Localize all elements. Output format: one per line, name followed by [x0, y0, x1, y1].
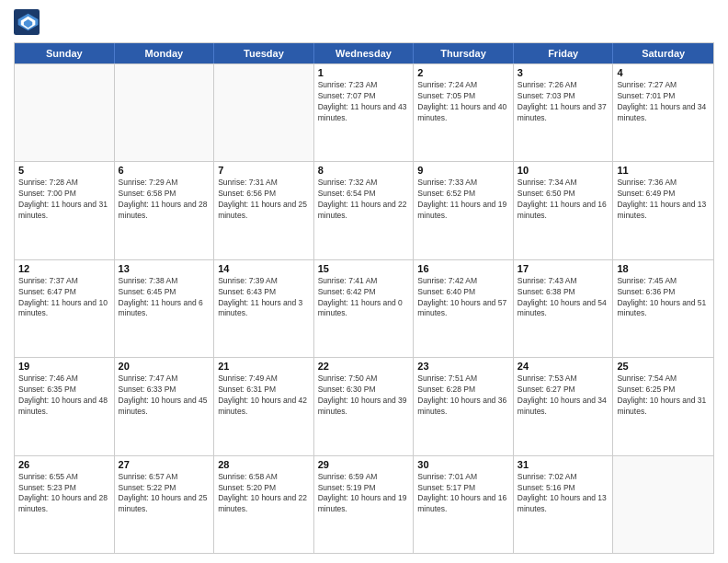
- day-info: Sunrise: 7:50 AM Sunset: 6:30 PM Dayligh…: [318, 373, 410, 418]
- day-info: Sunrise: 7:46 AM Sunset: 6:35 PM Dayligh…: [18, 373, 110, 418]
- empty-cell: [115, 64, 215, 161]
- day-cell-29: 29Sunrise: 6:59 AM Sunset: 5:19 PM Dayli…: [314, 456, 415, 553]
- day-header-tuesday: Tuesday: [214, 43, 314, 63]
- day-cell-11: 11Sunrise: 7:36 AM Sunset: 6:49 PM Dayli…: [613, 162, 713, 259]
- day-cell-21: 21Sunrise: 7:49 AM Sunset: 6:31 PM Dayli…: [214, 358, 314, 454]
- day-info: Sunrise: 7:38 AM Sunset: 6:45 PM Dayligh…: [119, 276, 210, 320]
- day-cell-8: 8Sunrise: 7:32 AM Sunset: 6:54 PM Daylig…: [314, 162, 415, 259]
- day-number: 5: [18, 165, 110, 176]
- day-cell-1: 1Sunrise: 7:23 AM Sunset: 7:07 PM Daylig…: [314, 64, 415, 161]
- day-info: Sunrise: 7:42 AM Sunset: 6:40 PM Dayligh…: [417, 276, 509, 320]
- day-cell-30: 30Sunrise: 7:01 AM Sunset: 5:17 PM Dayli…: [414, 456, 514, 553]
- empty-cell: [214, 64, 314, 161]
- day-info: Sunrise: 7:33 AM Sunset: 6:52 PM Dayligh…: [417, 178, 509, 222]
- day-cell-16: 16Sunrise: 7:42 AM Sunset: 6:40 PM Dayli…: [414, 260, 514, 357]
- day-cell-19: 19Sunrise: 7:46 AM Sunset: 6:35 PM Dayli…: [15, 358, 115, 454]
- day-cell-24: 24Sunrise: 7:53 AM Sunset: 6:27 PM Dayli…: [514, 358, 614, 454]
- day-number: 15: [318, 263, 410, 274]
- day-cell-7: 7Sunrise: 7:31 AM Sunset: 6:56 PM Daylig…: [214, 162, 314, 259]
- day-info: Sunrise: 7:45 AM Sunset: 6:36 PM Dayligh…: [617, 276, 710, 320]
- day-number: 7: [218, 165, 310, 176]
- day-number: 28: [218, 459, 310, 470]
- day-cell-10: 10Sunrise: 7:34 AM Sunset: 6:50 PM Dayli…: [514, 162, 614, 259]
- day-number: 21: [218, 361, 310, 372]
- page: SundayMondayTuesdayWednesdayThursdayFrid…: [0, 0, 728, 563]
- day-info: Sunrise: 7:41 AM Sunset: 6:42 PM Dayligh…: [318, 276, 410, 320]
- day-cell-23: 23Sunrise: 7:51 AM Sunset: 6:28 PM Dayli…: [414, 358, 514, 454]
- day-header-monday: Monday: [115, 43, 215, 63]
- day-number: 18: [617, 263, 710, 274]
- day-number: 24: [518, 361, 609, 372]
- day-number: 12: [18, 263, 110, 274]
- day-info: Sunrise: 6:59 AM Sunset: 5:19 PM Dayligh…: [318, 472, 410, 516]
- day-info: Sunrise: 7:36 AM Sunset: 6:49 PM Dayligh…: [617, 178, 710, 222]
- day-info: Sunrise: 7:26 AM Sunset: 7:03 PM Dayligh…: [518, 80, 609, 124]
- logo-icon: [14, 9, 40, 35]
- logo: [14, 9, 43, 35]
- day-info: Sunrise: 7:02 AM Sunset: 5:16 PM Dayligh…: [518, 472, 609, 516]
- day-header-saturday: Saturday: [613, 43, 713, 63]
- day-number: 16: [417, 263, 509, 274]
- day-number: 9: [417, 165, 509, 176]
- day-number: 26: [18, 459, 110, 470]
- day-info: Sunrise: 7:37 AM Sunset: 6:47 PM Dayligh…: [18, 276, 110, 320]
- calendar-week-5: 26Sunrise: 6:55 AM Sunset: 5:23 PM Dayli…: [15, 455, 713, 553]
- day-number: 31: [518, 459, 609, 470]
- empty-cell: [15, 64, 115, 161]
- day-info: Sunrise: 7:24 AM Sunset: 7:05 PM Dayligh…: [417, 80, 509, 124]
- day-number: 1: [318, 67, 410, 78]
- day-cell-4: 4Sunrise: 7:27 AM Sunset: 7:01 PM Daylig…: [613, 64, 713, 161]
- day-number: 3: [518, 67, 609, 78]
- day-header-wednesday: Wednesday: [314, 43, 415, 63]
- day-info: Sunrise: 7:39 AM Sunset: 6:43 PM Dayligh…: [218, 276, 310, 320]
- day-info: Sunrise: 7:47 AM Sunset: 6:33 PM Dayligh…: [119, 373, 210, 418]
- day-cell-3: 3Sunrise: 7:26 AM Sunset: 7:03 PM Daylig…: [514, 64, 614, 161]
- day-info: Sunrise: 7:32 AM Sunset: 6:54 PM Dayligh…: [318, 178, 410, 222]
- day-info: Sunrise: 6:57 AM Sunset: 5:22 PM Dayligh…: [119, 472, 210, 516]
- day-info: Sunrise: 7:51 AM Sunset: 6:28 PM Dayligh…: [417, 373, 509, 418]
- day-cell-15: 15Sunrise: 7:41 AM Sunset: 6:42 PM Dayli…: [314, 260, 415, 357]
- day-cell-17: 17Sunrise: 7:43 AM Sunset: 6:38 PM Dayli…: [514, 260, 614, 357]
- day-number: 10: [518, 165, 609, 176]
- calendar-week-1: 1Sunrise: 7:23 AM Sunset: 7:07 PM Daylig…: [15, 63, 713, 161]
- day-cell-9: 9Sunrise: 7:33 AM Sunset: 6:52 PM Daylig…: [414, 162, 514, 259]
- day-number: 22: [318, 361, 410, 372]
- day-number: 29: [318, 459, 410, 470]
- day-cell-27: 27Sunrise: 6:57 AM Sunset: 5:22 PM Dayli…: [115, 456, 215, 553]
- day-header-friday: Friday: [514, 43, 614, 63]
- day-number: 25: [617, 361, 710, 372]
- day-header-sunday: Sunday: [15, 43, 115, 63]
- day-number: 6: [119, 165, 210, 176]
- empty-cell: [613, 456, 713, 553]
- day-number: 4: [617, 67, 710, 78]
- day-number: 19: [18, 361, 110, 372]
- day-number: 2: [417, 67, 509, 78]
- day-info: Sunrise: 7:53 AM Sunset: 6:27 PM Dayligh…: [518, 373, 609, 418]
- day-info: Sunrise: 7:49 AM Sunset: 6:31 PM Dayligh…: [218, 373, 310, 418]
- day-cell-18: 18Sunrise: 7:45 AM Sunset: 6:36 PM Dayli…: [613, 260, 713, 357]
- calendar: SundayMondayTuesdayWednesdayThursdayFrid…: [14, 42, 714, 554]
- day-info: Sunrise: 7:34 AM Sunset: 6:50 PM Dayligh…: [518, 178, 609, 222]
- day-number: 14: [218, 263, 310, 274]
- calendar-week-2: 5Sunrise: 7:28 AM Sunset: 7:00 PM Daylig…: [15, 161, 713, 259]
- calendar-week-4: 19Sunrise: 7:46 AM Sunset: 6:35 PM Dayli…: [15, 357, 713, 454]
- day-info: Sunrise: 7:31 AM Sunset: 6:56 PM Dayligh…: [218, 178, 310, 222]
- calendar-header: SundayMondayTuesdayWednesdayThursdayFrid…: [15, 43, 713, 63]
- day-cell-13: 13Sunrise: 7:38 AM Sunset: 6:45 PM Dayli…: [115, 260, 215, 357]
- day-cell-28: 28Sunrise: 6:58 AM Sunset: 5:20 PM Dayli…: [214, 456, 314, 553]
- calendar-body: 1Sunrise: 7:23 AM Sunset: 7:07 PM Daylig…: [15, 63, 713, 553]
- day-cell-20: 20Sunrise: 7:47 AM Sunset: 6:33 PM Dayli…: [115, 358, 215, 454]
- day-header-thursday: Thursday: [414, 43, 514, 63]
- day-number: 30: [417, 459, 509, 470]
- day-number: 27: [119, 459, 210, 470]
- day-number: 17: [518, 263, 609, 274]
- day-info: Sunrise: 7:43 AM Sunset: 6:38 PM Dayligh…: [518, 276, 609, 320]
- day-number: 11: [617, 165, 710, 176]
- day-info: Sunrise: 7:27 AM Sunset: 7:01 PM Dayligh…: [617, 80, 710, 124]
- day-info: Sunrise: 7:01 AM Sunset: 5:17 PM Dayligh…: [417, 472, 509, 516]
- header: [14, 9, 714, 35]
- day-cell-12: 12Sunrise: 7:37 AM Sunset: 6:47 PM Dayli…: [15, 260, 115, 357]
- day-number: 20: [119, 361, 210, 372]
- day-cell-5: 5Sunrise: 7:28 AM Sunset: 7:00 PM Daylig…: [15, 162, 115, 259]
- day-info: Sunrise: 7:54 AM Sunset: 6:25 PM Dayligh…: [617, 373, 710, 418]
